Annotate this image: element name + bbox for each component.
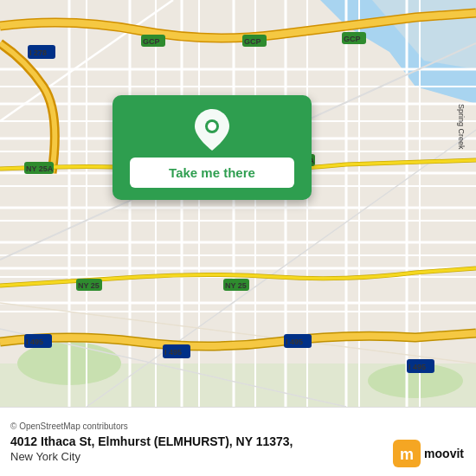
map-container: I 278 GCP GCP GCP NY 25A NY 25A NY 25 NY… [0,0,476,407]
moovit-text: moovit [424,447,464,460]
svg-point-65 [208,122,216,131]
svg-text:GCP: GCP [244,37,261,46]
svg-text:I 495: I 495 [286,338,303,346]
svg-text:NY 25A: NY 25A [26,164,54,173]
svg-text:m: m [400,446,414,463]
svg-text:I 495: I 495 [26,338,43,346]
svg-text:GCP: GCP [344,35,361,43]
svg-text:NY 25: NY 25 [225,281,247,290]
moovit-logo: m moovit [393,440,464,467]
svg-text:NY 25: NY 25 [78,281,100,290]
moovit-icon: m [393,440,421,467]
osm-credit: © OpenStreetMap contributors [10,421,466,431]
svg-text:I 495: I 495 [408,363,426,371]
pin-icon [193,111,231,149]
svg-text:I 495: I 495 [164,348,182,357]
svg-text:I 278: I 278 [29,48,47,57]
footer: © OpenStreetMap contributors 4012 Ithaca… [0,407,476,476]
svg-text:GCP: GCP [143,37,160,46]
location-card: Take me there [113,95,312,200]
svg-text:Spring Creek: Spring Creek [457,104,466,150]
take-me-there-button[interactable]: Take me there [130,158,294,188]
